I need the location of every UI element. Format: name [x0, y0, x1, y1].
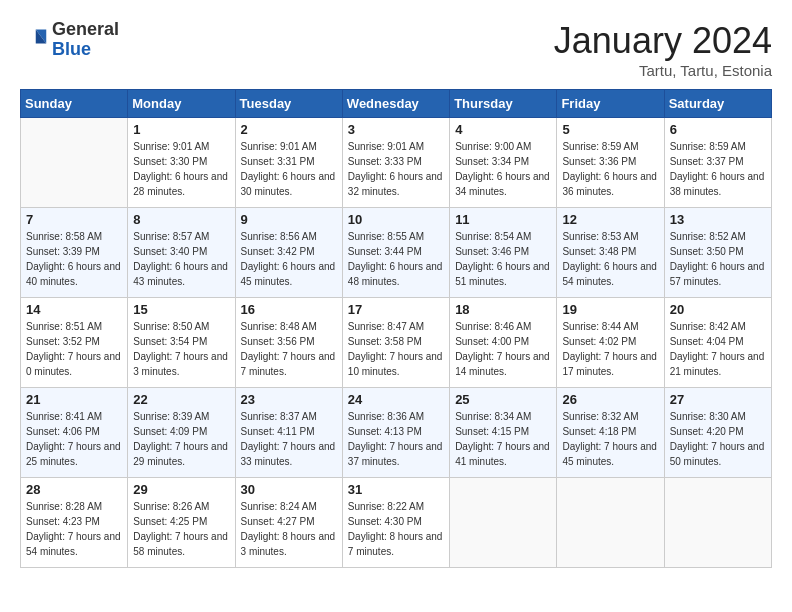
- calendar-cell: 2Sunrise: 9:01 AMSunset: 3:31 PMDaylight…: [235, 118, 342, 208]
- day-number: 21: [26, 392, 122, 407]
- calendar-week-row: 7Sunrise: 8:58 AMSunset: 3:39 PMDaylight…: [21, 208, 772, 298]
- calendar-cell: [21, 118, 128, 208]
- logo: General Blue: [20, 20, 119, 60]
- logo-general: General: [52, 19, 119, 39]
- day-info: Sunrise: 8:41 AMSunset: 4:06 PMDaylight:…: [26, 409, 122, 469]
- weekday-header: Thursday: [450, 90, 557, 118]
- day-info: Sunrise: 9:01 AMSunset: 3:31 PMDaylight:…: [241, 139, 337, 199]
- day-info: Sunrise: 8:59 AMSunset: 3:36 PMDaylight:…: [562, 139, 658, 199]
- calendar-cell: 20Sunrise: 8:42 AMSunset: 4:04 PMDayligh…: [664, 298, 771, 388]
- weekday-header: Monday: [128, 90, 235, 118]
- day-number: 31: [348, 482, 444, 497]
- calendar-cell: [450, 478, 557, 568]
- weekday-header: Wednesday: [342, 90, 449, 118]
- calendar-cell: 1Sunrise: 9:01 AMSunset: 3:30 PMDaylight…: [128, 118, 235, 208]
- weekday-header: Sunday: [21, 90, 128, 118]
- calendar-cell: 15Sunrise: 8:50 AMSunset: 3:54 PMDayligh…: [128, 298, 235, 388]
- day-number: 7: [26, 212, 122, 227]
- calendar-cell: 18Sunrise: 8:46 AMSunset: 4:00 PMDayligh…: [450, 298, 557, 388]
- calendar-week-row: 21Sunrise: 8:41 AMSunset: 4:06 PMDayligh…: [21, 388, 772, 478]
- calendar-cell: 26Sunrise: 8:32 AMSunset: 4:18 PMDayligh…: [557, 388, 664, 478]
- day-info: Sunrise: 8:52 AMSunset: 3:50 PMDaylight:…: [670, 229, 766, 289]
- weekday-header-row: SundayMondayTuesdayWednesdayThursdayFrid…: [21, 90, 772, 118]
- day-info: Sunrise: 8:56 AMSunset: 3:42 PMDaylight:…: [241, 229, 337, 289]
- day-info: Sunrise: 8:37 AMSunset: 4:11 PMDaylight:…: [241, 409, 337, 469]
- calendar-cell: [664, 478, 771, 568]
- day-info: Sunrise: 8:22 AMSunset: 4:30 PMDaylight:…: [348, 499, 444, 559]
- day-info: Sunrise: 8:57 AMSunset: 3:40 PMDaylight:…: [133, 229, 229, 289]
- day-info: Sunrise: 8:50 AMSunset: 3:54 PMDaylight:…: [133, 319, 229, 379]
- calendar-cell: 22Sunrise: 8:39 AMSunset: 4:09 PMDayligh…: [128, 388, 235, 478]
- calendar-cell: 16Sunrise: 8:48 AMSunset: 3:56 PMDayligh…: [235, 298, 342, 388]
- day-info: Sunrise: 8:34 AMSunset: 4:15 PMDaylight:…: [455, 409, 551, 469]
- calendar-cell: 9Sunrise: 8:56 AMSunset: 3:42 PMDaylight…: [235, 208, 342, 298]
- calendar-table: SundayMondayTuesdayWednesdayThursdayFrid…: [20, 89, 772, 568]
- calendar-cell: 14Sunrise: 8:51 AMSunset: 3:52 PMDayligh…: [21, 298, 128, 388]
- calendar-cell: [557, 478, 664, 568]
- page-header: General Blue January 2024 Tartu, Tartu, …: [20, 20, 772, 79]
- calendar-week-row: 14Sunrise: 8:51 AMSunset: 3:52 PMDayligh…: [21, 298, 772, 388]
- day-number: 26: [562, 392, 658, 407]
- day-number: 28: [26, 482, 122, 497]
- day-number: 24: [348, 392, 444, 407]
- day-number: 15: [133, 302, 229, 317]
- weekday-header: Tuesday: [235, 90, 342, 118]
- day-info: Sunrise: 8:54 AMSunset: 3:46 PMDaylight:…: [455, 229, 551, 289]
- day-info: Sunrise: 8:48 AMSunset: 3:56 PMDaylight:…: [241, 319, 337, 379]
- day-number: 20: [670, 302, 766, 317]
- day-info: Sunrise: 8:44 AMSunset: 4:02 PMDaylight:…: [562, 319, 658, 379]
- day-number: 22: [133, 392, 229, 407]
- day-info: Sunrise: 8:46 AMSunset: 4:00 PMDaylight:…: [455, 319, 551, 379]
- calendar-week-row: 28Sunrise: 8:28 AMSunset: 4:23 PMDayligh…: [21, 478, 772, 568]
- day-number: 9: [241, 212, 337, 227]
- calendar-cell: 31Sunrise: 8:22 AMSunset: 4:30 PMDayligh…: [342, 478, 449, 568]
- day-info: Sunrise: 8:53 AMSunset: 3:48 PMDaylight:…: [562, 229, 658, 289]
- day-info: Sunrise: 8:36 AMSunset: 4:13 PMDaylight:…: [348, 409, 444, 469]
- day-info: Sunrise: 8:26 AMSunset: 4:25 PMDaylight:…: [133, 499, 229, 559]
- calendar-cell: 30Sunrise: 8:24 AMSunset: 4:27 PMDayligh…: [235, 478, 342, 568]
- month-title: January 2024: [554, 20, 772, 62]
- calendar-cell: 19Sunrise: 8:44 AMSunset: 4:02 PMDayligh…: [557, 298, 664, 388]
- day-info: Sunrise: 9:00 AMSunset: 3:34 PMDaylight:…: [455, 139, 551, 199]
- day-info: Sunrise: 8:28 AMSunset: 4:23 PMDaylight:…: [26, 499, 122, 559]
- day-info: Sunrise: 8:47 AMSunset: 3:58 PMDaylight:…: [348, 319, 444, 379]
- day-info: Sunrise: 8:39 AMSunset: 4:09 PMDaylight:…: [133, 409, 229, 469]
- day-number: 12: [562, 212, 658, 227]
- day-number: 3: [348, 122, 444, 137]
- day-info: Sunrise: 9:01 AMSunset: 3:33 PMDaylight:…: [348, 139, 444, 199]
- logo-text: General Blue: [52, 20, 119, 60]
- weekday-header: Friday: [557, 90, 664, 118]
- logo-icon: [20, 26, 48, 54]
- calendar-cell: 4Sunrise: 9:00 AMSunset: 3:34 PMDaylight…: [450, 118, 557, 208]
- day-number: 17: [348, 302, 444, 317]
- calendar-cell: 12Sunrise: 8:53 AMSunset: 3:48 PMDayligh…: [557, 208, 664, 298]
- calendar-cell: 11Sunrise: 8:54 AMSunset: 3:46 PMDayligh…: [450, 208, 557, 298]
- calendar-cell: 27Sunrise: 8:30 AMSunset: 4:20 PMDayligh…: [664, 388, 771, 478]
- day-number: 29: [133, 482, 229, 497]
- day-number: 11: [455, 212, 551, 227]
- calendar-cell: 6Sunrise: 8:59 AMSunset: 3:37 PMDaylight…: [664, 118, 771, 208]
- day-number: 19: [562, 302, 658, 317]
- calendar-cell: 25Sunrise: 8:34 AMSunset: 4:15 PMDayligh…: [450, 388, 557, 478]
- calendar-cell: 13Sunrise: 8:52 AMSunset: 3:50 PMDayligh…: [664, 208, 771, 298]
- day-number: 16: [241, 302, 337, 317]
- day-number: 10: [348, 212, 444, 227]
- day-info: Sunrise: 8:24 AMSunset: 4:27 PMDaylight:…: [241, 499, 337, 559]
- day-info: Sunrise: 8:32 AMSunset: 4:18 PMDaylight:…: [562, 409, 658, 469]
- weekday-header: Saturday: [664, 90, 771, 118]
- calendar-cell: 21Sunrise: 8:41 AMSunset: 4:06 PMDayligh…: [21, 388, 128, 478]
- day-number: 4: [455, 122, 551, 137]
- calendar-cell: 23Sunrise: 8:37 AMSunset: 4:11 PMDayligh…: [235, 388, 342, 478]
- day-info: Sunrise: 8:30 AMSunset: 4:20 PMDaylight:…: [670, 409, 766, 469]
- day-info: Sunrise: 8:58 AMSunset: 3:39 PMDaylight:…: [26, 229, 122, 289]
- day-number: 1: [133, 122, 229, 137]
- calendar-week-row: 1Sunrise: 9:01 AMSunset: 3:30 PMDaylight…: [21, 118, 772, 208]
- day-number: 13: [670, 212, 766, 227]
- calendar-cell: 24Sunrise: 8:36 AMSunset: 4:13 PMDayligh…: [342, 388, 449, 478]
- day-number: 2: [241, 122, 337, 137]
- day-number: 14: [26, 302, 122, 317]
- location: Tartu, Tartu, Estonia: [554, 62, 772, 79]
- day-number: 23: [241, 392, 337, 407]
- day-number: 30: [241, 482, 337, 497]
- calendar-cell: 17Sunrise: 8:47 AMSunset: 3:58 PMDayligh…: [342, 298, 449, 388]
